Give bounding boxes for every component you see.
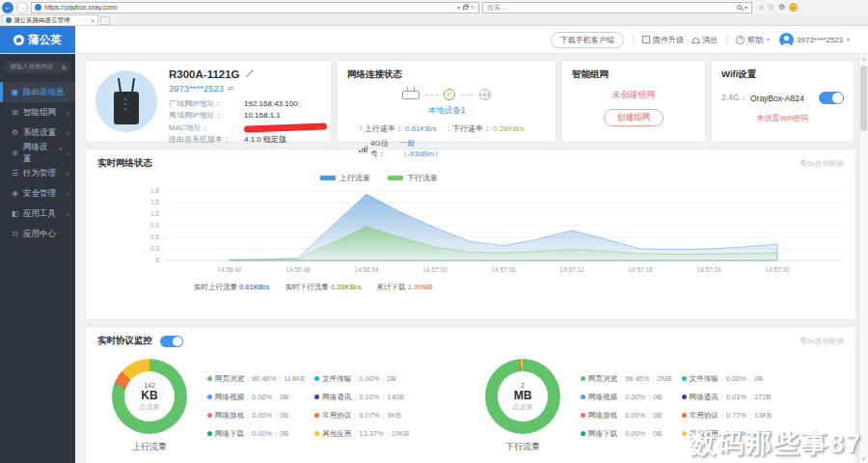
refresh-icon[interactable]: ↻ <box>471 4 475 11</box>
nodes-icon: ⊞ <box>11 108 19 117</box>
tab-title: 蒲公英路由器云管理 <box>14 16 89 25</box>
card-title: 网络连接状态 <box>347 68 546 81</box>
category-dot <box>581 395 585 399</box>
protocol-stat: 网络通讯| 0.01%| 172B <box>682 393 773 402</box>
download-app-button[interactable]: 下载手机客户端 <box>551 32 624 48</box>
browser-forward-button[interactable]: → <box>16 2 28 14</box>
watermark: 数码那些事87 <box>690 426 862 461</box>
firmware-icon: ↑ <box>642 36 650 43</box>
protocol-group-上行流量: 142KB总流量 上行流量 网页浏览| 80.46%| 114KB 网络视频| … <box>97 359 471 453</box>
protocol-stat: 常用协议| 0.77%| 13KB <box>682 411 773 421</box>
device-model: R300A-1121G <box>169 68 240 80</box>
sidebar-item-网络设置[interactable]: ⊕ 网络设置* ∨ <box>0 143 75 163</box>
address-bar[interactable]: https://pgybox.oray.com/ ▾ ↻ <box>31 2 479 14</box>
bell-icon <box>692 38 699 43</box>
local-device-link[interactable]: 本地设备1 <box>347 105 546 117</box>
protocol-monitor-toggle[interactable] <box>160 336 183 347</box>
wifi-password-warning[interactable]: 未设置Wifi密码 <box>721 113 844 123</box>
category-dot <box>207 376 212 381</box>
scroll-thumb[interactable] <box>860 66 867 131</box>
help-icon: ? <box>736 36 745 44</box>
chevron-down-icon: ∨ <box>66 171 75 177</box>
sidebar: 请输入搜索内容 ▣ 路由器信息 ⊞ 智能组网 ∨⚙ 系统设置 ∨⊕ 网络设置* … <box>0 54 75 463</box>
protocol-stat: 网页浏览| 80.46%| 114KB <box>207 374 305 384</box>
device-sn[interactable]: 3973****2523 <box>169 83 224 94</box>
protocol-stat: 文件传输| 0.00%| 0B <box>314 374 409 384</box>
browser-search-box[interactable]: 搜索... ▾ <box>482 2 752 14</box>
legend-item[interactable]: 下行流量 <box>388 173 438 183</box>
sidebar-item-行为管理[interactable]: ☰ 行为管理 ∨ <box>0 163 75 183</box>
svg-text:14:57:00: 14:57:00 <box>422 266 448 273</box>
favorites-star-icon[interactable]: ☆ <box>768 3 774 12</box>
scroll-up-arrow[interactable]: ∧ <box>859 54 868 64</box>
protocol-stat: 常用协议| 6.07%| 9KB <box>314 411 409 421</box>
category-dot <box>314 413 319 418</box>
search-placeholder: 搜索... <box>487 3 734 13</box>
dandelion-logo-icon <box>14 35 24 45</box>
summary-item: 累计下载 1.99MB <box>377 283 433 292</box>
protocol-stat: 文件传输| 0.00%| 0B <box>682 374 773 384</box>
legend-item[interactable]: 上行流量 <box>320 173 370 183</box>
sidebar-item-安全管理[interactable]: ◈ 安全管理 ∨ <box>0 183 75 204</box>
protocol-stat: 网络下载| 0.00%| 0B <box>207 429 305 439</box>
chevron-down-icon: ∨ <box>66 110 75 116</box>
create-network-button[interactable]: 创建组网 <box>604 109 664 126</box>
wifi-toggle[interactable] <box>819 92 844 104</box>
lock-icon <box>463 6 468 10</box>
settings-gear-icon[interactable]: ⚙ <box>778 3 785 12</box>
category-dot <box>314 376 319 381</box>
card-title: Wifi设置 <box>721 68 844 81</box>
search-icon[interactable] <box>737 5 742 10</box>
account-menu[interactable]: 3973****2523 ▼ <box>779 33 851 47</box>
url-text: https://pgybox.oray.com/ <box>44 4 454 11</box>
browser-tab[interactable]: 蒲公英路由器云管理 × <box>2 14 98 25</box>
signal-4g: 4G信号： 一般（-93dBm） <box>359 138 447 159</box>
chart-legend: 上行流量下行流量 <box>320 173 438 183</box>
sidebar-search-input[interactable]: 请输入搜索内容 <box>5 61 70 73</box>
wifi-settings-card: Wifi设置 2.4G： OrayBox-A824 未设置Wifi密码 <box>711 60 854 143</box>
home-icon[interactable]: ⌂ <box>759 3 764 12</box>
uplink-rate: ↑ 上行速率： 0.61KB/s <box>359 123 447 134</box>
browser-tab-bar: 蒲公英路由器云管理 × <box>0 14 868 26</box>
feedback-smiley-icon[interactable] <box>789 3 798 12</box>
category-dot <box>682 431 687 436</box>
wifi-band-label: 2.4G： <box>721 93 747 104</box>
device-info-row: 局域网IP地址：10.168.1.1 <box>169 110 327 123</box>
browser-back-button[interactable]: ← <box>2 2 14 14</box>
svg-text:0.9: 0.9 <box>150 222 159 229</box>
router-icon <box>402 91 420 99</box>
search-dropdown-icon[interactable]: ▾ <box>745 4 747 11</box>
firmware-upgrade-button[interactable]: ↑ 固件升级 <box>642 35 684 45</box>
router-icon: ▣ <box>11 88 19 96</box>
switch-device-icon[interactable]: ⇄ <box>228 84 234 93</box>
refresh-note: 每5s自动刷新 <box>800 159 844 169</box>
card-title: 实时协议监控 <box>97 335 152 347</box>
router-image <box>95 70 157 132</box>
svg-text:1.8: 1.8 <box>150 187 159 194</box>
link-dash <box>461 95 474 95</box>
svg-text:14:57:24: 14:57:24 <box>696 266 721 273</box>
downlink-rate: ↓ 下行速率： 0.28KB/s <box>447 123 534 134</box>
sidebar-item-应用工具[interactable]: ◧ 应用工具 ∨ <box>0 204 75 224</box>
address-dropdown-icon[interactable]: ▾ <box>457 4 460 11</box>
edit-pencil-icon[interactable] <box>245 70 252 77</box>
protocol-stat: 网页浏览| 98.45%| 2MB <box>581 374 672 384</box>
refresh-note: 每5s自动刷新 <box>800 337 844 346</box>
chart-summary: 实时上行流量 0.61KB/s实时下行流量 0.28KB/s累计下载 1.99M… <box>97 283 844 292</box>
new-tab-button[interactable] <box>100 16 110 25</box>
svg-text:14:56:42: 14:56:42 <box>217 266 242 273</box>
brand-logo[interactable]: 蒲公英 <box>0 26 75 53</box>
tab-close-icon[interactable]: × <box>91 17 95 24</box>
sidebar-item-系统设置[interactable]: ⚙ 系统设置 ∨ <box>0 123 75 143</box>
donut-caption: 下行流量 <box>505 441 540 453</box>
help-menu[interactable]: ? 帮助 ▼ <box>736 35 771 45</box>
chevron-down-icon: ▼ <box>846 37 851 42</box>
messages-button[interactable]: 消息 <box>692 35 718 45</box>
chevron-down-icon: ∨ <box>66 150 75 156</box>
networking-status: 未创建组网 <box>612 89 656 101</box>
page-scrollbar[interactable]: ∧ ∨ <box>858 54 868 463</box>
sidebar-item-应用中心[interactable]: ⊡ 应用中心 <box>0 224 75 244</box>
sidebar-item-智能组网[interactable]: ⊞ 智能组网 ∨ <box>0 102 75 123</box>
protocol-stat: 网络游戏| 0.00%| 0B <box>581 411 672 421</box>
sidebar-item-路由器信息[interactable]: ▣ 路由器信息 <box>0 82 75 102</box>
